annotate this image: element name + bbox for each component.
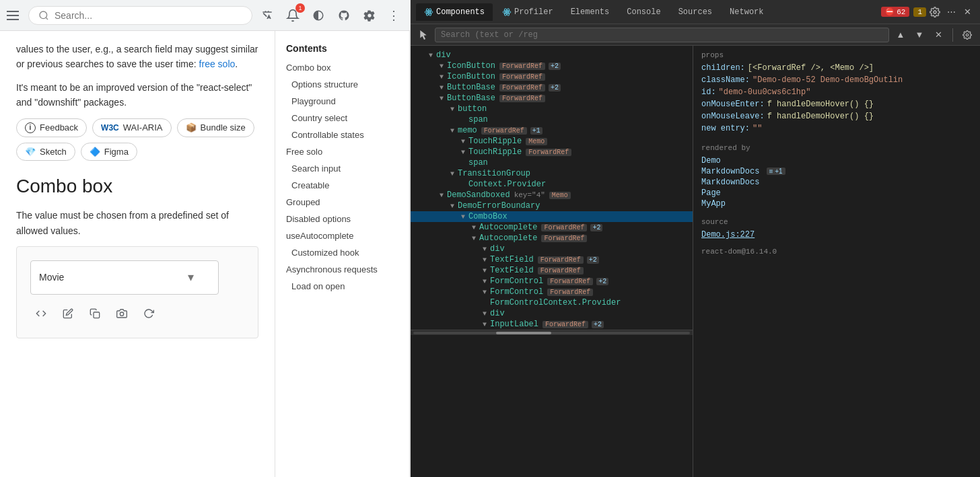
tree-item-combobox[interactable]: ▼ ComboBox: [411, 211, 693, 222]
devtools-settings-button[interactable]: [928, 5, 942, 20]
tree-item-touchripple-memo[interactable]: ▼ TouchRipple Memo: [411, 136, 693, 147]
sidebar-item-combo-box[interactable]: Combo box: [275, 59, 409, 76]
demo-toolbar: [30, 303, 244, 324]
tab-components[interactable]: Components: [416, 3, 493, 21]
sidebar-item-options-structure[interactable]: Options structure: [275, 76, 409, 93]
screenshot-button[interactable]: [111, 303, 133, 324]
code-view-button[interactable]: [30, 303, 52, 324]
settings-icon[interactable]: [360, 6, 379, 25]
sidebar-item-search-input[interactable]: Search input: [275, 160, 409, 177]
sidebar-item-free-solo[interactable]: Free solo: [275, 143, 409, 160]
tree-item-formcontrol-1[interactable]: ▼ FormControl ForwardRef +2: [411, 276, 693, 287]
prop-key: new entry:: [701, 124, 750, 133]
search-bar[interactable]: [28, 6, 252, 25]
github-icon[interactable]: [335, 6, 353, 25]
source-link[interactable]: Demo.js:227: [701, 230, 755, 240]
tree-item-autocomplete-2[interactable]: ▼ Autocomplete ForwardRef: [411, 233, 693, 244]
devtools-gear-button[interactable]: [960, 28, 975, 42]
tree-item-div[interactable]: ▼ div: [411, 50, 693, 61]
combo-select-inner[interactable]: Movie ▾: [30, 260, 219, 295]
horizontal-scrollbar[interactable]: [411, 330, 693, 335]
rendered-by-markdowndocs-1[interactable]: MarkdownDocs ≡ +1: [701, 167, 972, 176]
tab-sources[interactable]: Sources: [670, 3, 720, 21]
collapse-icon: ▼: [448, 170, 456, 178]
menu-button[interactable]: [7, 7, 23, 24]
figma-button[interactable]: 🔷 Figma: [81, 143, 137, 161]
refresh-button[interactable]: [138, 303, 160, 324]
tree-item-span-2[interactable]: span: [411, 157, 693, 168]
inspect-button[interactable]: [416, 28, 431, 42]
tree-item-button[interactable]: ▼ button: [411, 104, 693, 114]
tree-item-buttonbase-2[interactable]: ▼ ButtonBase ForwardRef: [411, 93, 693, 104]
sidebar-item-controllable-states[interactable]: Controllable states: [275, 126, 409, 143]
tree-item-formcontrol-2[interactable]: ▼ FormControl ForwardRef: [411, 287, 693, 297]
sidebar-item-creatable[interactable]: Creatable: [275, 177, 409, 194]
tree-item-textfield-1[interactable]: ▼ TextField ForwardRef +2: [411, 254, 693, 265]
devtools-more-button[interactable]: ⋯: [944, 5, 958, 20]
expand-markdowndocs[interactable]: ≡ +1: [767, 168, 785, 175]
next-match-button[interactable]: ▼: [912, 28, 927, 42]
collapse-icon: ▼: [448, 127, 456, 135]
tree-item-autocomplete-1[interactable]: ▼ Autocomplete ForwardRef +2: [411, 222, 693, 233]
more-icon[interactable]: ⋮: [384, 6, 403, 25]
num-badge: +2: [590, 224, 602, 231]
rendered-by-page[interactable]: Page: [701, 188, 972, 198]
sketch-icon: 💎: [25, 147, 36, 157]
tree-item-demosandboxed[interactable]: ▼ DemoSandboxed key="4" Memo: [411, 190, 693, 200]
sidebar-item-grouped[interactable]: Grouped: [275, 194, 409, 211]
sidebar-item-country-select[interactable]: Country select: [275, 110, 409, 126]
feedback-button[interactable]: i Feedback: [16, 118, 87, 137]
sidebar-item-customized-hook[interactable]: Customized hook: [275, 244, 409, 261]
theme-toggle-icon[interactable]: [309, 6, 328, 25]
prev-match-button[interactable]: ▲: [893, 28, 908, 42]
wai-aria-button[interactable]: W3C WAI-ARIA: [92, 118, 171, 137]
tree-item-inputlabel[interactable]: ▼ InputLabel ForwardRef +2: [411, 319, 693, 330]
tree-item-span-1[interactable]: span: [411, 114, 693, 125]
tag-badge: ForwardRef: [542, 321, 588, 328]
translate-icon[interactable]: [258, 6, 277, 25]
rendered-by-myapp[interactable]: MyApp: [701, 199, 972, 209]
notifications-button[interactable]: 1: [283, 6, 302, 25]
tag-badge: Memo: [526, 138, 547, 145]
sidebar-nav: Contents Combo box Options structure Pla…: [275, 31, 410, 477]
tree-item-div-inner[interactable]: ▼ div: [411, 244, 693, 254]
rendered-by-markdowndocs-2[interactable]: MarkdownDocs: [701, 178, 972, 187]
sidebar-item-load-on-open[interactable]: Load on open: [275, 278, 409, 295]
tab-console[interactable]: Console: [619, 3, 668, 21]
clear-search-button[interactable]: ✕: [931, 28, 946, 42]
sidebar-item-useautocomplete[interactable]: useAutocomplete: [275, 227, 409, 244]
combo-select[interactable]: Movie ▾: [30, 260, 219, 295]
tab-profiler[interactable]: Profiler: [494, 3, 561, 21]
tab-network[interactable]: Network: [722, 3, 771, 21]
tree-item-touchripple-fwdref[interactable]: ▼ TouchRipple ForwardRef: [411, 147, 693, 157]
tree-item-textfield-2[interactable]: ▼ TextField ForwardRef: [411, 265, 693, 276]
sidebar-item-playground[interactable]: Playground: [275, 93, 409, 110]
search-input[interactable]: [55, 10, 242, 21]
tree-item-transitiongroup[interactable]: ▼ TransitionGroup: [411, 168, 693, 179]
tree-item-contextprovider[interactable]: Context.Provider: [411, 179, 693, 190]
sketch-button[interactable]: 💎 Sketch: [16, 143, 75, 161]
sidebar-item-disabled-options[interactable]: Disabled options: [275, 211, 409, 227]
tree-item-buttonbase-1[interactable]: ▼ ButtonBase ForwardRef +2: [411, 82, 693, 93]
rendered-by-demo[interactable]: Demo: [701, 156, 972, 166]
tree-item-memo[interactable]: ▼ memo ForwardRef +1: [411, 125, 693, 136]
tree-item-iconbutton-2[interactable]: ▼ IconButton ForwardRef: [411, 71, 693, 82]
devtools-search-input[interactable]: [435, 28, 889, 42]
settings-icon: [963, 30, 972, 40]
collapse-icon: ▼: [448, 106, 456, 113]
bundle-size-button[interactable]: 📦 Bundle size: [177, 118, 254, 137]
tree-item-formcontrolcontext[interactable]: FormControlContext.Provider: [411, 297, 693, 308]
error-icon: ⛔: [885, 7, 895, 16]
collapse-icon: ▼: [438, 63, 446, 70]
sidebar-item-async-requests[interactable]: Asynchronous requests: [275, 261, 409, 278]
free-solo-link[interactable]: free solo: [199, 59, 236, 69]
edit-button[interactable]: [57, 303, 79, 324]
tree-item-demoerrorboundary[interactable]: ▼ DemoErrorBoundary: [411, 200, 693, 211]
copy-button[interactable]: [84, 303, 106, 324]
tab-elements[interactable]: Elements: [563, 3, 618, 21]
svg-point-0: [40, 11, 47, 19]
collapse-icon: ▼: [448, 203, 456, 210]
tree-item-iconbutton-1[interactable]: ▼ IconButton ForwardRef +2: [411, 61, 693, 71]
devtools-close-button[interactable]: ✕: [960, 5, 975, 20]
tree-item-div-2[interactable]: ▼ div: [411, 308, 693, 319]
